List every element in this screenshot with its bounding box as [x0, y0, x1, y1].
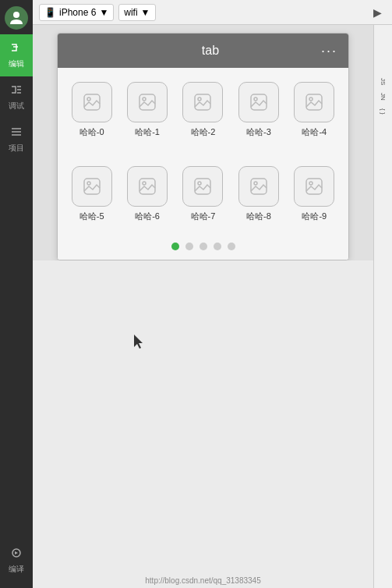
sidebar-bottom: 编译	[0, 540, 33, 588]
list-item[interactable]: 哈哈-8	[231, 160, 286, 228]
grid-icon-3	[238, 82, 279, 122]
grid-label-3: 哈哈-3	[246, 126, 271, 138]
right-btn-js[interactable]: JS	[376, 75, 391, 88]
page-dot-0[interactable]	[171, 243, 179, 250]
edit-icon	[10, 41, 23, 56]
main-area: 📱 iPhone 6 ▼ wifi ▼ ▶ tab ···	[33, 0, 392, 588]
grid-icon-1	[127, 82, 168, 122]
sidebar-item-compile[interactable]: 编译	[0, 540, 33, 582]
right-btn-braces[interactable]: { }	[376, 105, 391, 118]
grid-icon-2	[182, 82, 223, 122]
grid-label-4: 哈哈-4	[302, 126, 327, 138]
phone-below-area: http://blog.csdn.net/qq_31383345	[33, 260, 373, 588]
grid-label-6: 哈哈-6	[135, 211, 160, 222]
svg-point-16	[254, 97, 257, 101]
device-selector[interactable]: 📱 iPhone 6 ▼	[39, 4, 114, 21]
topbar-action-btn[interactable]: ▶	[369, 4, 386, 21]
svg-point-20	[87, 182, 90, 185]
grid-row-2: 哈哈-5 哈哈-6 哈哈-7	[58, 152, 348, 236]
svg-point-26	[254, 182, 257, 185]
topbar-right: ▶	[369, 4, 386, 21]
phone-canvas: tab ··· 哈哈-0 哈哈-1	[33, 25, 373, 588]
grid-icon-9	[294, 166, 334, 207]
svg-point-28	[309, 182, 313, 185]
grid-icon-6	[127, 166, 168, 207]
sidebar-project-label: 项目	[9, 143, 24, 154]
debug-icon	[10, 83, 23, 98]
list-item[interactable]: 哈哈-9	[287, 160, 342, 228]
svg-point-24	[198, 182, 201, 185]
sidebar-edit-label: 编辑	[9, 58, 24, 69]
topbar: 📱 iPhone 6 ▼ wifi ▼ ▶	[33, 0, 392, 25]
compile-icon	[10, 547, 23, 561]
svg-point-22	[143, 182, 146, 185]
grid-label-2: 哈哈-2	[191, 126, 216, 138]
right-panel: JS JN { }	[373, 25, 392, 588]
wifi-label: wifi	[124, 7, 137, 18]
list-item[interactable]: 哈哈-7	[175, 160, 231, 228]
svg-point-18	[309, 97, 313, 101]
list-item[interactable]: 哈哈-2	[175, 76, 231, 144]
grid-icon-4	[294, 82, 334, 122]
svg-point-0	[13, 12, 19, 18]
sidebar: 编辑 调试 项目	[0, 0, 33, 588]
sidebar-item-edit[interactable]: 编辑	[0, 34, 33, 76]
page-dot-2[interactable]	[200, 243, 207, 250]
page-indicator	[58, 236, 348, 260]
sidebar-debug-label: 调试	[9, 101, 24, 112]
device-dropdown-icon: ▼	[99, 7, 108, 18]
list-item[interactable]: 哈哈-0	[64, 76, 119, 144]
svg-point-10	[87, 97, 90, 101]
tab-header: tab ···	[58, 34, 348, 68]
project-icon	[10, 126, 23, 140]
tab-menu-dots[interactable]: ···	[321, 43, 337, 59]
list-item[interactable]: 哈哈-3	[231, 76, 286, 144]
avatar	[5, 6, 28, 30]
grid-icon-0	[72, 82, 112, 122]
grid-label-1: 哈哈-1	[135, 126, 160, 138]
wifi-selector[interactable]: wifi ▼	[118, 4, 155, 21]
grid-label-0: 哈哈-0	[79, 126, 104, 138]
grid-label-9: 哈哈-9	[302, 211, 327, 222]
device-label: iPhone 6	[59, 7, 96, 18]
sidebar-item-debug[interactable]: 调试	[0, 76, 33, 119]
content-area: tab ··· 哈哈-0 哈哈-1	[33, 25, 392, 588]
wifi-dropdown-icon: ▼	[141, 7, 150, 18]
watermark: http://blog.csdn.net/qq_31383345	[145, 576, 260, 585]
list-item[interactable]: 哈哈-4	[287, 76, 342, 144]
sidebar-compile-label: 编译	[9, 564, 24, 575]
cursor-icon	[134, 335, 145, 349]
right-btn-jn[interactable]: JN	[376, 90, 391, 104]
device-icon: 📱	[44, 7, 56, 18]
grid-icon-8	[238, 166, 279, 207]
svg-point-14	[198, 97, 201, 101]
grid-label-5: 哈哈-5	[79, 211, 104, 222]
grid-row-1: 哈哈-0 哈哈-1 哈哈-2	[58, 68, 348, 152]
tab-title: tab	[100, 44, 321, 58]
page-dot-4[interactable]	[228, 243, 235, 250]
list-item[interactable]: 哈哈-5	[64, 160, 119, 228]
page-dot-3[interactable]	[214, 243, 221, 250]
grid-icon-7	[182, 166, 223, 207]
page-dot-1[interactable]	[185, 243, 193, 250]
sidebar-item-project[interactable]: 项目	[0, 119, 33, 161]
list-item[interactable]: 哈哈-1	[119, 76, 175, 144]
grid-icon-5	[72, 166, 112, 207]
list-item[interactable]: 哈哈-6	[119, 160, 175, 228]
svg-marker-29	[134, 335, 143, 349]
grid-label-7: 哈哈-7	[191, 211, 216, 222]
phone-frame: tab ··· 哈哈-0 哈哈-1	[57, 33, 349, 260]
svg-point-12	[143, 97, 146, 101]
grid-label-8: 哈哈-8	[246, 211, 271, 222]
